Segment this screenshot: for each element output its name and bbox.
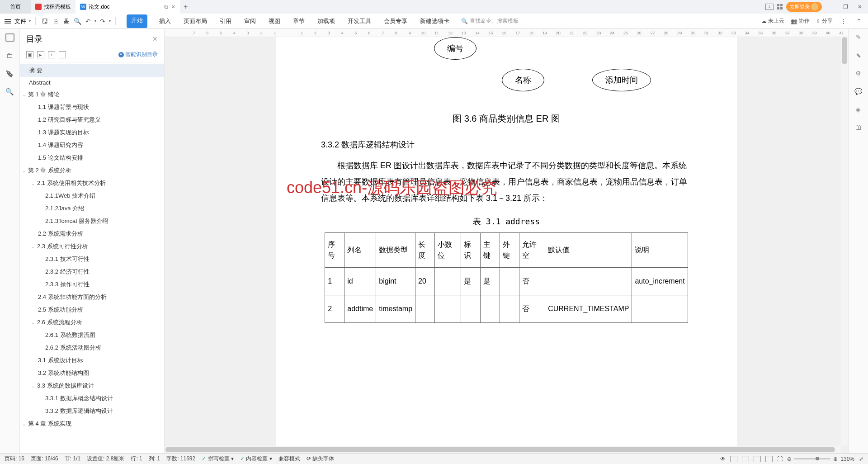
eye-icon[interactable]: 👁: [720, 456, 726, 462]
scrollbar-thumb[interactable]: [165, 447, 835, 452]
ribbon-tab-member[interactable]: 会员专享: [383, 14, 408, 28]
spell-check[interactable]: 拼写检查 ▾: [202, 455, 234, 463]
toc-item[interactable]: 2.1.3Tomcat 服务器介绍: [20, 215, 164, 227]
preview-icon[interactable]: 🔍: [73, 17, 82, 26]
view-page-icon[interactable]: [730, 456, 737, 462]
tab-template[interactable]: 找稻壳模板: [31, 0, 75, 14]
toc-item[interactable]: ⌵2.6 系统流程分析: [20, 316, 164, 329]
ribbon-tab-developer[interactable]: 开发工具: [347, 14, 372, 28]
toc-item[interactable]: 2.1.1Web 技术介绍: [20, 189, 164, 202]
status-pages[interactable]: 页面: 16/46: [31, 455, 58, 463]
minimize-button[interactable]: —: [826, 1, 836, 12]
ribbon-tab-insert[interactable]: 插入: [158, 14, 172, 28]
protect-icon[interactable]: ◈: [854, 106, 863, 114]
search-icon[interactable]: [5, 88, 14, 96]
toc-item[interactable]: ⌵第 4 章 系统实现: [20, 417, 164, 430]
smart-toc-button[interactable]: ✶智能识别目录: [118, 51, 158, 58]
toc-item[interactable]: 2.6.2 系统活动图分析: [20, 341, 164, 354]
expand-icon[interactable]: ⤢: [859, 456, 863, 462]
toc-item[interactable]: 摘 要: [20, 64, 164, 77]
settings-icon[interactable]: ⚙: [854, 70, 863, 78]
toc-item[interactable]: 2.6.1 系统数据流图: [20, 329, 164, 341]
redo-icon[interactable]: ↷: [98, 17, 107, 26]
file-icon[interactable]: 🗀: [5, 52, 14, 60]
toc-item[interactable]: 1.1 课题背景与现状: [20, 101, 164, 114]
export-icon[interactable]: ⎘: [51, 17, 60, 26]
hamburger-icon[interactable]: [5, 21, 11, 22]
toc-item[interactable]: 3.3.1 数据库概念结构设计: [20, 392, 164, 405]
ribbon-tab-start[interactable]: 开始: [127, 14, 147, 28]
tab-home[interactable]: 首页: [0, 0, 31, 14]
missing-font[interactable]: ⟳ 缺失字体: [307, 455, 334, 463]
bookmark-icon[interactable]: [5, 70, 14, 78]
toc-item[interactable]: 1.5 论文结构安排: [20, 152, 164, 164]
collapse-ribbon-icon[interactable]: ⌃: [854, 17, 863, 26]
layout-mode-icon[interactable]: 1: [765, 4, 774, 10]
ribbon-tab-pagelayout[interactable]: 页面布局: [183, 14, 208, 28]
toc-item[interactable]: 2.3.1 技术可行性: [20, 253, 164, 265]
select-icon[interactable]: ⬉: [854, 52, 863, 60]
status-section[interactable]: 节: 1/1: [65, 455, 80, 463]
toc-item[interactable]: 2.4 系统非功能方面的分析: [20, 291, 164, 303]
more-icon[interactable]: ⋮: [839, 17, 848, 26]
chevron-down-icon[interactable]: ▾: [94, 19, 96, 23]
ruler[interactable]: 7654321123456789101112131415161718192021…: [165, 29, 848, 37]
status-row[interactable]: 行: 1: [131, 455, 142, 463]
status-col[interactable]: 列: 1: [149, 455, 160, 463]
toc-item[interactable]: 2.2 系统需求分析: [20, 227, 164, 240]
toc-item[interactable]: 1.2 研究目标与研究意义: [20, 114, 164, 126]
status-page[interactable]: 页码: 16: [5, 455, 24, 463]
toc-item[interactable]: 1.4 课题研究内容: [20, 139, 164, 152]
toc-list[interactable]: 摘 要Abstract⌵第 1 章 绪论1.1 课题背景与现状1.2 研究目标与…: [20, 62, 164, 453]
close-icon[interactable]: ✕: [152, 35, 158, 43]
compat-mode[interactable]: 兼容模式: [278, 455, 300, 463]
tab-close-icon[interactable]: ✕: [171, 4, 175, 10]
new-tab-button[interactable]: +: [180, 3, 192, 11]
toc-item[interactable]: 3.2 系统功能结构图: [20, 367, 164, 379]
toc-item[interactable]: ⌵3.3 系统的数据库设计: [20, 379, 164, 392]
zoom-in-icon[interactable]: ⊕: [833, 456, 838, 462]
view-web-icon[interactable]: [754, 456, 761, 462]
print-icon[interactable]: 🖶: [62, 17, 71, 26]
chevron-down-icon[interactable]: ▾: [109, 19, 111, 23]
expand-button[interactable]: ▸: [37, 51, 44, 58]
undo-icon[interactable]: ↶: [84, 17, 93, 26]
level-button[interactable]: ▣: [26, 51, 33, 58]
search-box[interactable]: 🔍查找命令、搜索模板: [461, 17, 519, 25]
page[interactable]: 编号 名称 添加时间 图 3.6 商品类别信息 ER 图 3.3.2 数据库逻辑…: [276, 37, 737, 453]
toc-item[interactable]: 3.1 系统设计目标: [20, 354, 164, 367]
add-button[interactable]: +: [48, 51, 55, 58]
ribbon-tab-chapter[interactable]: 章节: [292, 14, 306, 28]
ribbon-tab-addons[interactable]: 加载项: [316, 14, 336, 28]
login-button[interactable]: 立即登录: [786, 2, 822, 12]
reader-icon[interactable]: 🕮: [854, 124, 863, 132]
share-button[interactable]: ⇧分享: [816, 17, 833, 25]
tab-popup-icon[interactable]: ⧉: [164, 4, 168, 10]
toc-item[interactable]: ⌵2.3 系统可行性分析: [20, 240, 164, 253]
save-icon[interactable]: 🖫: [40, 17, 49, 26]
zoom-out-icon[interactable]: ⊖: [787, 456, 792, 462]
toc-item[interactable]: ⌵第 2 章 系统分析: [20, 164, 164, 177]
content-check[interactable]: 内容检查 ▾: [240, 455, 272, 463]
toc-item[interactable]: ⌵第 1 章 绪论: [20, 88, 164, 101]
scrollbar-vertical[interactable]: [841, 37, 848, 445]
toc-item[interactable]: 3.3.2 数据库逻辑结构设计: [20, 405, 164, 417]
cloud-status[interactable]: 未上云: [761, 17, 784, 25]
remove-button[interactable]: −: [59, 51, 66, 58]
fullscreen-icon[interactable]: ⛶: [777, 456, 783, 462]
status-setvalue[interactable]: 设置值: 2.8厘米: [87, 455, 124, 463]
ribbon-tab-review[interactable]: 审阅: [243, 14, 257, 28]
chevron-down-icon[interactable]: ▾: [29, 19, 31, 23]
toc-item[interactable]: Abstract: [20, 77, 164, 88]
zoom-value[interactable]: 130%: [840, 456, 854, 462]
toc-item[interactable]: 2.3.3 操作可行性: [20, 278, 164, 291]
chat-icon[interactable]: 💬: [854, 88, 863, 96]
ribbon-tab-view[interactable]: 视图: [268, 14, 281, 28]
toc-item[interactable]: 1.3 课题实现的目标: [20, 126, 164, 139]
toc-item[interactable]: ⌵2.1 系统使用相关技术分析: [20, 177, 164, 189]
view-read-icon[interactable]: [765, 456, 773, 462]
close-button[interactable]: ✕: [854, 1, 865, 12]
outline-icon[interactable]: [5, 33, 14, 42]
toc-item[interactable]: 2.3.2 经济可行性: [20, 265, 164, 278]
edit-icon[interactable]: ✎: [854, 33, 863, 42]
